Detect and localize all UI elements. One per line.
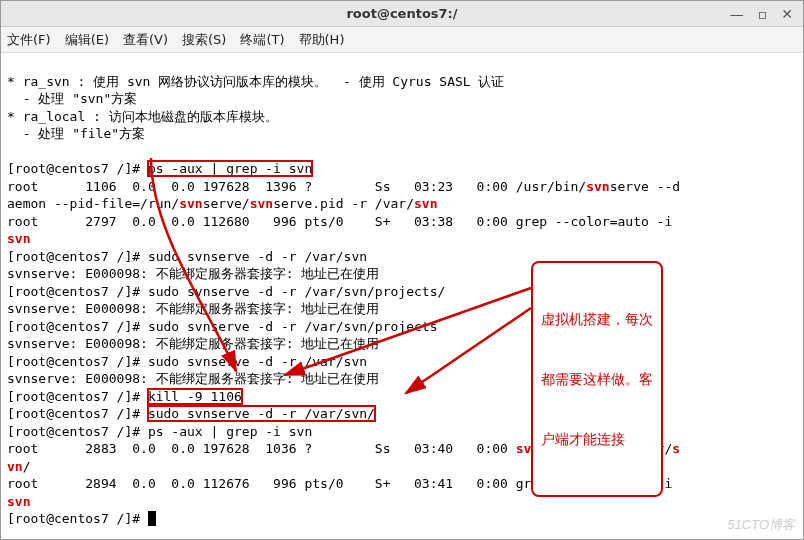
match-svn: svn [414, 196, 437, 211]
term-line: serve.pid -r /var/ [273, 196, 414, 211]
callout-line: 户端才能连接 [541, 429, 653, 449]
term-line: / [23, 459, 31, 474]
menu-edit[interactable]: 编辑(E) [65, 31, 109, 49]
prompt: [root@centos7 /]# [7, 161, 148, 176]
window-title: root@centos7:/ [346, 6, 457, 21]
maximize-button[interactable]: ▫ [758, 6, 768, 22]
menu-file[interactable]: 文件(F) [7, 31, 51, 49]
titlebar[interactable]: root@centos7:/ — ▫ ✕ [1, 1, 803, 27]
close-button[interactable]: ✕ [781, 6, 793, 22]
term-line: root 2883 0.0 0.0 197628 1036 ? Ss 03:40… [7, 441, 516, 456]
error-line: svnserve: E000098: 不能绑定服务器套接字: 地址已在使用 [7, 371, 379, 386]
match-svn: svn [586, 179, 609, 194]
prompt: [root@centos7 /]# [7, 354, 148, 369]
menu-view[interactable]: 查看(V) [123, 31, 168, 49]
annotation-callout: 虚拟机搭建，每次 都需要这样做。客 户端才能连接 [531, 261, 663, 497]
match-svn: vn [7, 459, 23, 474]
command: sudo svnserve -d -r /var/svn [148, 354, 367, 369]
callout-line: 虚拟机搭建，每次 [541, 309, 653, 329]
error-line: svnserve: E000098: 不能绑定服务器套接字: 地址已在使用 [7, 336, 379, 351]
error-line: svnserve: E000098: 不能绑定服务器套接字: 地址已在使用 [7, 301, 379, 316]
minimize-button[interactable]: — [730, 6, 744, 22]
watermark: 51CTO博客 [727, 516, 795, 534]
term-line: * ra_svn : 使用 svn 网络协议访问版本库的模块。 - 使用 Cyr… [7, 74, 504, 89]
match-svn: svn [179, 196, 202, 211]
terminal-output[interactable]: * ra_svn : 使用 svn 网络协议访问版本库的模块。 - 使用 Cyr… [1, 53, 803, 539]
prompt: [root@centos7 /]# [7, 511, 148, 526]
term-line: root 2894 0.0 0.0 112676 996 pts/0 S+ 03… [7, 476, 610, 491]
prompt: [root@centos7 /]# [7, 284, 148, 299]
highlighted-command: kill -9 1106 [148, 389, 242, 404]
callout-line: 都需要这样做。客 [541, 369, 653, 389]
match-svn: svn [250, 196, 273, 211]
highlighted-command: sudo svnserve -d -r /var/svn/ [148, 406, 375, 421]
term-line: serve/ [203, 196, 250, 211]
command: sudo svnserve -d -r /var/svn [148, 249, 367, 264]
menubar: 文件(F) 编辑(E) 查看(V) 搜索(S) 终端(T) 帮助(H) [1, 27, 803, 53]
term-line: * ra_local : 访问本地磁盘的版本库模块。 [7, 109, 278, 124]
prompt: [root@centos7 /]# [7, 249, 148, 264]
terminal-window: root@centos7:/ — ▫ ✕ 文件(F) 编辑(E) 查看(V) 搜… [0, 0, 804, 540]
prompt: [root@centos7 /]# [7, 406, 148, 421]
menu-help[interactable]: 帮助(H) [299, 31, 345, 49]
error-line: svnserve: E000098: 不能绑定服务器套接字: 地址已在使用 [7, 266, 379, 281]
prompt: [root@centos7 /]# [7, 319, 148, 334]
menu-terminal[interactable]: 终端(T) [240, 31, 284, 49]
command: sudo svnserve -d -r /var/svn/projects [148, 319, 438, 334]
highlighted-command: ps -aux | grep -i svn [148, 161, 312, 176]
match-svn: svn [7, 494, 30, 509]
term-line: root 1106 0.0 0.0 197628 1396 ? Ss 03:23… [7, 179, 586, 194]
match-svn: s [672, 441, 680, 456]
cursor [148, 511, 156, 526]
menu-search[interactable]: 搜索(S) [182, 31, 226, 49]
term-line: serve --d [610, 179, 680, 194]
match-svn: svn [7, 231, 30, 246]
command: sudo svnserve -d -r /var/svn/projects/ [148, 284, 445, 299]
term-line: - 处理 "svn"方案 [7, 91, 137, 106]
prompt: [root@centos7 /]# [7, 424, 148, 439]
command: ps -aux | grep -i svn [148, 424, 312, 439]
prompt: [root@centos7 /]# [7, 389, 148, 404]
term-line: - 处理 "file"方案 [7, 126, 145, 141]
term-line: aemon --pid-file=/run/ [7, 196, 179, 211]
term-line: root 2797 0.0 0.0 112680 996 pts/0 S+ 03… [7, 214, 680, 229]
